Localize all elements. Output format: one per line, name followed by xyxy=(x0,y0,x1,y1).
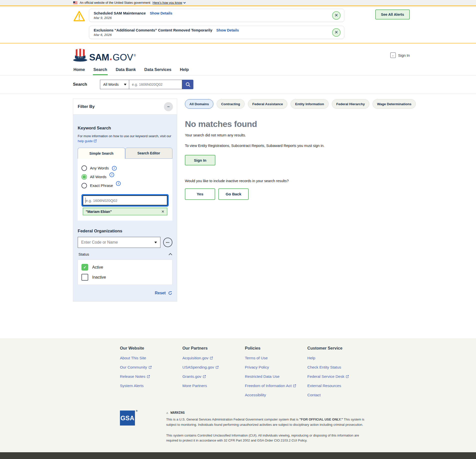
radio-exact-phrase[interactable] xyxy=(81,183,87,188)
footer-link[interactable]: Contact xyxy=(307,393,370,397)
nav-item-home[interactable]: Home xyxy=(73,65,85,75)
gov-banner-text: An official website of the United States… xyxy=(80,1,150,4)
footer-link[interactable]: Terms of Use xyxy=(245,356,307,360)
close-icon[interactable]: ✕ xyxy=(332,28,341,37)
footer-link[interactable]: More Partners xyxy=(182,384,245,388)
sign-in-required-message: To view Entity Registrations, Subcontrac… xyxy=(185,143,357,148)
see-all-alerts-button[interactable]: See All Alerts xyxy=(375,9,410,19)
info-icon[interactable]: i xyxy=(109,172,114,177)
domain-pill-federal-hierarchy[interactable]: Federal Hierarchy xyxy=(332,99,369,109)
footer-link[interactable]: Accessibility xyxy=(245,393,307,397)
checkbox-inactive[interactable] xyxy=(81,274,88,281)
radio-label: Exact Phrase xyxy=(90,183,113,188)
close-icon[interactable]: ✕ xyxy=(332,11,341,20)
status-options-box: ✓ Active Inactive xyxy=(78,260,172,285)
domain-pill-all-domains[interactable]: All Domains xyxy=(185,99,213,109)
radio-any-words[interactable] xyxy=(81,165,87,171)
reset-icon xyxy=(168,291,172,295)
federal-orgs-input[interactable] xyxy=(81,240,149,245)
search-mode-select[interactable]: All Words xyxy=(100,80,129,89)
nav-item-search[interactable]: Search xyxy=(93,65,108,75)
domain-pill-federal-assistance[interactable]: Federal Assistance xyxy=(248,99,288,109)
sam-gov-logo[interactable]: ★ ★ ★ SAM ★ GOV ® xyxy=(73,48,136,62)
info-icon[interactable]: i xyxy=(112,166,117,171)
nav-item-data-services[interactable]: Data Services xyxy=(144,65,172,75)
reset-filters-link[interactable]: Reset xyxy=(155,291,166,295)
tab-simple-search[interactable]: Simple Search xyxy=(78,148,125,159)
search-submit-button[interactable] xyxy=(182,80,193,89)
keyword-input[interactable]: e.g. 1606N020Q02 xyxy=(83,195,167,205)
footer-link[interactable]: Our Community xyxy=(120,365,182,370)
external-link-icon xyxy=(94,139,97,142)
warning-paragraph-1: This is a U.S. General Services Administ… xyxy=(166,417,369,428)
show-details-link[interactable]: Show Details xyxy=(150,11,172,15)
include-inactive-question: Would you like to include inactive recor… xyxy=(185,179,416,183)
minus-icon: − xyxy=(167,104,170,109)
footer-link[interactable]: Acquisition.gov xyxy=(182,356,245,360)
external-link-icon xyxy=(210,357,213,360)
domain-pill-entity-information[interactable]: Entity Information xyxy=(291,99,329,109)
footer-link[interactable]: Release Notes xyxy=(120,374,182,379)
domain-filter-row: All Domains Contracting Federal Assistan… xyxy=(185,99,416,109)
radio-label: Any Words xyxy=(90,166,109,170)
collapse-filter-button[interactable]: − xyxy=(164,102,173,111)
footer-link[interactable]: Restricted Data Use xyxy=(245,374,307,379)
help-guide-link[interactable]: help guide xyxy=(78,139,97,143)
logo-gov-text: GOV xyxy=(113,53,133,62)
ellipsis-icon: ••• xyxy=(166,241,170,244)
alert-date: Mar 6, 2026 xyxy=(94,33,239,37)
go-back-button[interactable]: Go Back xyxy=(218,188,249,200)
no-matches-title: No matches found xyxy=(185,119,416,129)
domain-pill-wage-determinations[interactable]: Wage Determinations xyxy=(373,99,416,109)
sign-in-button[interactable]: Sign In xyxy=(185,155,215,165)
tab-search-editor[interactable]: Search Editor xyxy=(125,148,173,159)
remove-tag-icon[interactable]: ✕ xyxy=(161,209,164,214)
external-link-icon xyxy=(147,375,150,378)
warning-paragraph-2: This system contains Controlled Unclassi… xyxy=(166,433,369,444)
warning-icon: ⚠ xyxy=(166,411,168,415)
us-flag-icon xyxy=(73,1,77,4)
yes-button[interactable]: Yes xyxy=(185,188,215,200)
warning-title-text: WARNING xyxy=(170,411,185,415)
global-search-input[interactable] xyxy=(129,80,182,89)
status-section-label: Status xyxy=(78,252,89,256)
footer-link[interactable]: Check Entity Status xyxy=(307,365,370,370)
federal-orgs-combobox[interactable] xyxy=(78,237,160,248)
radio-label: All Words xyxy=(90,175,106,179)
search-icon xyxy=(185,82,191,87)
footer-link[interactable]: Grants.gov xyxy=(182,374,245,379)
dropdown-caret-icon xyxy=(124,84,126,85)
site-footer: Our Website About This Site Our Communit… xyxy=(0,338,476,452)
more-options-button[interactable]: ••• xyxy=(163,238,173,247)
svg-text:★ ★ ★: ★ ★ ★ xyxy=(78,57,82,58)
footer-link[interactable]: External Resources xyxy=(307,384,370,388)
footer-link[interactable]: Help xyxy=(307,356,370,360)
show-details-link[interactable]: Show Details xyxy=(216,28,239,32)
logo-sam-text: SAM xyxy=(89,53,109,62)
chevron-up-icon[interactable] xyxy=(169,253,172,257)
nav-item-data-bank[interactable]: Data Bank xyxy=(115,65,136,75)
alert-title: Exclusions “Additional Comments” Content… xyxy=(94,28,212,32)
header-sign-in-link[interactable]: ← Sign In xyxy=(390,52,410,58)
nav-item-help[interactable]: Help xyxy=(179,65,189,75)
footer-link[interactable]: About This Site xyxy=(120,356,182,360)
domain-pill-contracting[interactable]: Contracting xyxy=(217,99,245,109)
footer-link[interactable]: System Alerts xyxy=(120,384,182,388)
identifier-footer: SAM.gov An official website of the U.S. … xyxy=(0,452,476,459)
checkbox-active[interactable]: ✓ xyxy=(81,264,88,271)
footer-link[interactable]: Privacy Policy xyxy=(245,365,307,370)
keyword-info-text: For more information on how to use our k… xyxy=(78,134,171,138)
external-link-icon xyxy=(149,366,152,369)
footer-link[interactable]: Freedom of Information Act xyxy=(245,384,307,388)
how-you-know-link[interactable]: Here’s how you know xyxy=(153,1,186,4)
filter-by-title: Filter By xyxy=(78,104,95,109)
footer-link[interactable]: USASpending.gov xyxy=(182,365,245,370)
footer-link[interactable]: Federal Service Desk xyxy=(307,374,370,379)
keyword-input-placeholder: e.g. 1606N020Q02 xyxy=(86,198,117,203)
registered-mark: ® xyxy=(134,54,136,57)
dropdown-caret-icon xyxy=(154,242,157,243)
search-label: Search xyxy=(73,82,100,87)
radio-all-words[interactable] xyxy=(81,174,87,180)
info-icon[interactable]: i xyxy=(116,181,121,186)
no-results-message: Your search did not return any results. xyxy=(185,133,416,137)
